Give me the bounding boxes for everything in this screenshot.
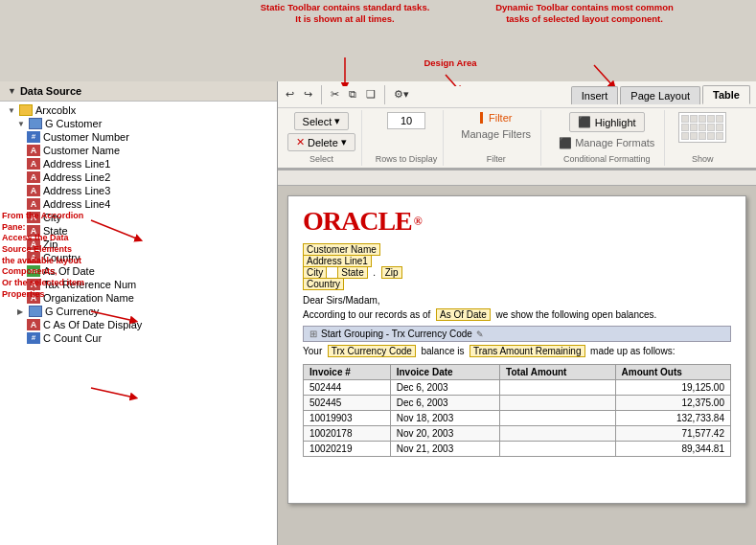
- rows-group-label: Rows to Display: [376, 154, 438, 164]
- show-grid[interactable]: [678, 112, 726, 143]
- redo-button[interactable]: ↪: [300, 86, 316, 102]
- body-text-2: we show the following open balances.: [495, 309, 656, 320]
- cell-date: Nov 20, 2003: [390, 426, 499, 442]
- highlight-button[interactable]: ⬛ Highlight: [569, 112, 645, 132]
- city-state-zip-line: City State . Zip: [303, 267, 731, 278]
- tab-bar: Insert Page Layout Table: [571, 85, 752, 104]
- undo-button[interactable]: ↩: [282, 86, 298, 102]
- tree-item-g-customer[interactable]: ▼ G Customer: [0, 117, 277, 130]
- registered-mark: ®: [414, 215, 422, 229]
- body-text: According to our records as of As Of Dat…: [303, 309, 731, 320]
- cell-invoice: 10020178: [304, 426, 391, 442]
- cut-button[interactable]: ✂: [327, 86, 343, 102]
- as-of-date-field: As Of Date: [436, 308, 491, 321]
- hash-icon: #: [27, 332, 40, 344]
- filter-label: Filter: [489, 112, 512, 124]
- list-item[interactable]: A C As Of Date Display: [0, 318, 277, 331]
- tab-insert[interactable]: Insert: [571, 86, 619, 104]
- country-field: Country: [303, 278, 344, 290]
- list-item[interactable]: A Country: [0, 251, 277, 264]
- design-paper: ORACLE® Customer Name Address Line1 City…: [287, 195, 746, 504]
- dear-text: Dear Sirs/Madam,: [303, 295, 731, 306]
- list-item[interactable]: A Address Line3: [0, 184, 277, 197]
- address-line1-field: Address Line1: [303, 256, 731, 266]
- list-item[interactable]: A Customer Name: [0, 144, 277, 157]
- tree-area: ▼ Arxcoblx ▼ G Customer # Customer Numbe…: [0, 102, 277, 545]
- a-icon: A: [27, 319, 40, 330]
- list-item[interactable]: A City: [0, 211, 277, 224]
- item-label: Address Line2: [43, 171, 110, 183]
- body-text-1: According to our records as of: [303, 309, 430, 320]
- dropdown-icon: ▾: [341, 136, 347, 148]
- list-item[interactable]: as As Of Date: [0, 264, 277, 278]
- list-item[interactable]: A State: [0, 224, 277, 238]
- tab-table[interactable]: Table: [702, 85, 750, 104]
- list-item[interactable]: A Address Line1: [0, 157, 277, 170]
- static-toolbar: ↩ ↪ ✂ ⧉ ❑ ⚙▾ Insert Page Layout Table: [278, 81, 756, 108]
- select-button[interactable]: Select ▾: [294, 112, 350, 130]
- a-icon: A: [27, 279, 40, 290]
- rows-group: Rows to Display: [370, 110, 445, 166]
- tree-item-g-currency[interactable]: ▶ G Currency: [0, 305, 277, 318]
- collapse-icon: ▼: [8, 86, 16, 96]
- dynamic-toolbar: Select ▾ ✕ Delete ▾ Select: [278, 108, 756, 170]
- a-icon: A: [27, 212, 40, 223]
- item-label: Zip: [43, 238, 57, 250]
- filter-button[interactable]: Filter: [480, 112, 512, 124]
- table-row: 502445 Dec 6, 2003 12,375.00: [304, 396, 731, 411]
- delete-button[interactable]: ✕ Delete ▾: [287, 133, 355, 151]
- select-group-label: Select: [309, 154, 333, 164]
- list-item[interactable]: A Address Line4: [0, 197, 277, 211]
- item-label: Address Line1: [43, 158, 110, 170]
- oracle-logo: ORACLE®: [303, 206, 731, 237]
- data-source-header[interactable]: ▼ Data Source: [0, 81, 277, 102]
- manage-formats-button[interactable]: ⬛ Manage Formats: [555, 135, 658, 151]
- top-annotations-area: [278, 0, 756, 81]
- list-item[interactable]: # Customer Number: [0, 130, 277, 144]
- copy-button[interactable]: ⧉: [345, 86, 360, 102]
- group-header-text: Start Grouping - Trx Currency Code: [321, 329, 472, 339]
- cell-date: Dec 6, 2003: [390, 396, 499, 411]
- show-group-label: Show: [692, 154, 714, 164]
- filter-group-label: Filter: [487, 154, 506, 164]
- tab-page-layout[interactable]: Page Layout: [620, 86, 700, 104]
- group-icon: ⊞: [309, 329, 317, 339]
- item-label: Tax Reference Num: [43, 279, 136, 290]
- a-icon: A: [27, 252, 40, 263]
- paste-button[interactable]: ❑: [362, 86, 379, 102]
- cell-total: [500, 380, 615, 396]
- list-item[interactable]: A Tax Reference Num: [0, 278, 277, 291]
- settings-button[interactable]: ⚙▾: [390, 86, 413, 102]
- edit-icon[interactable]: ✎: [476, 329, 484, 339]
- cell-invoice: 502445: [304, 396, 391, 411]
- trans-amount-field: Trans Amount Remaining: [470, 345, 584, 357]
- cell-total: [500, 411, 615, 426]
- list-item[interactable]: # C Count Cur: [0, 331, 277, 345]
- tree-item-arxcoblx[interactable]: ▼ Arxcoblx: [0, 103, 277, 117]
- address-fields: Customer Name Address Line1 City State .…: [303, 244, 731, 289]
- item-label: C Count Cur: [43, 332, 102, 344]
- manage-filters-button[interactable]: Manage Filters: [457, 126, 535, 142]
- g-currency-label: G Currency: [45, 306, 99, 317]
- cell-amount: 89,344.81: [615, 442, 730, 457]
- rows-input[interactable]: [387, 112, 425, 129]
- data-source-label: Data Source: [20, 85, 81, 97]
- cell-amount: 12,375.00: [615, 396, 730, 411]
- cell-amount: 19,125.00: [615, 380, 730, 396]
- item-label: City: [43, 212, 61, 223]
- table-row: 10020178 Nov 20, 2003 71,577.42: [304, 426, 731, 442]
- trx-currency-field: Trx Currency Code: [328, 345, 416, 357]
- group-header: ⊞ Start Grouping - Trx Currency Code ✎: [303, 326, 731, 342]
- cell-invoice: 502444: [304, 380, 391, 396]
- cell-date: Dec 6, 2003: [390, 380, 499, 396]
- item-label: Country: [43, 252, 80, 263]
- table-row: 502444 Dec 6, 2003 19,125.00: [304, 380, 731, 396]
- x-icon: ✕: [296, 136, 305, 148]
- delete-row: ✕ Delete ▾: [287, 133, 355, 151]
- list-item[interactable]: A Organization Name: [0, 291, 277, 305]
- item-label: C As Of Date Display: [43, 319, 142, 330]
- list-item[interactable]: A Zip: [0, 238, 277, 251]
- list-item[interactable]: A Address Line2: [0, 170, 277, 184]
- cell-invoice: 10020219: [304, 442, 391, 457]
- a-icon: A: [27, 158, 40, 170]
